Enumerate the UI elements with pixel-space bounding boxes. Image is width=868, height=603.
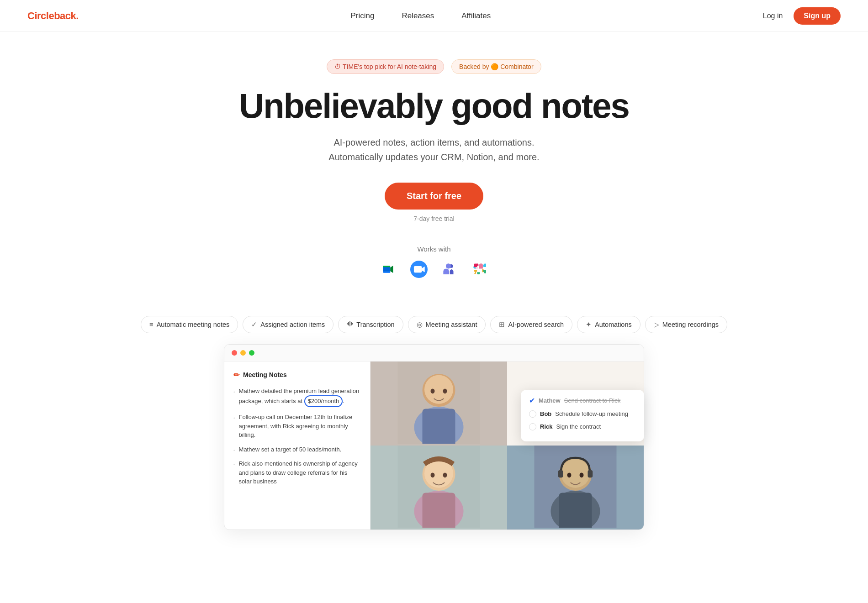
right-panel: C. Circleback — [370, 362, 644, 530]
svg-point-24 — [443, 472, 447, 477]
highlight-price: $200/month — [304, 395, 343, 407]
zoom-icon — [409, 259, 429, 279]
action-name-2: Bob — [540, 410, 551, 417]
notes-panel: ✏ Meeting Notes ◦ Mathew detailed the pr… — [224, 362, 370, 530]
tab-action-items[interactable]: ✓ Assigned action items — [243, 316, 333, 333]
svg-rect-34 — [559, 493, 592, 528]
svg-point-31 — [580, 472, 584, 477]
works-with-label: Works with — [9, 245, 859, 253]
hero-section: ⏱ TIME's top pick for AI note-taking Bac… — [0, 32, 868, 316]
action-task-1: Send contract to Rick — [564, 397, 621, 404]
note-item-2: ◦ Follow-up call on December 12th to fin… — [233, 413, 361, 440]
check-icon-2 — [529, 410, 536, 418]
svg-point-16 — [431, 388, 435, 393]
hero-heading: Unbelievably good notes — [9, 87, 859, 125]
tab-recordings[interactable]: ▷ Meeting recordings — [645, 316, 727, 333]
assistant-icon: ◎ — [417, 320, 423, 329]
bullet-2: ◦ — [233, 414, 235, 440]
action-name-1: Mathew — [539, 397, 561, 404]
action-row-1: ✔ Mathew Send contract to Rick — [529, 396, 636, 405]
person-photo-1 — [370, 362, 507, 444]
google-meet-icon — [379, 259, 399, 279]
works-with: Works with — [9, 245, 859, 279]
photos-grid: C. Circleback — [370, 362, 644, 530]
tab-meeting-assistant[interactable]: ◎ Meeting assistant — [408, 316, 486, 333]
bullet-4: ◦ — [233, 461, 235, 486]
navbar: Circleback. Pricing Releases Affiliates … — [0, 0, 868, 32]
slack-icon — [469, 259, 489, 279]
teams-icon — [439, 259, 459, 279]
note-item-4: ◦ Rick also mentioned his ownership of a… — [233, 459, 361, 486]
svg-rect-25 — [423, 493, 455, 528]
action-row-3: Rick Sign the contract — [529, 423, 636, 430]
svg-rect-11 — [352, 323, 353, 325]
photo-cell-4 — [507, 446, 644, 530]
dot-yellow — [240, 350, 246, 356]
integrations-list — [9, 259, 859, 279]
pencil-icon: ✏ — [233, 371, 239, 379]
note-item-1: ◦ Mathew detailed the premium lead gener… — [233, 387, 361, 408]
svg-rect-9 — [349, 321, 350, 326]
person-photo-4 — [507, 446, 644, 528]
svg-rect-3 — [440, 261, 458, 278]
notes-header: ✏ Meeting Notes — [233, 371, 361, 379]
svg-rect-33 — [588, 470, 593, 477]
action-row-2: Bob Schedule follow-up meeting — [529, 410, 636, 418]
nav-releases[interactable]: Releases — [402, 11, 434, 21]
svg-rect-8 — [348, 322, 349, 325]
hero-subtitle: AI-powered notes, action items, and auto… — [9, 135, 859, 164]
nav-pricing[interactable]: Pricing — [350, 11, 374, 21]
action-task-2: Schedule follow-up meeting — [555, 410, 628, 417]
nav-affiliates[interactable]: Affiliates — [461, 11, 491, 21]
bullet-1: ◦ — [233, 388, 235, 408]
action-items-panel: ✔ Mathew Send contract to Rick Bob Sched… — [521, 390, 644, 441]
badge-time: ⏱ TIME's top pick for AI note-taking — [327, 59, 444, 74]
login-button[interactable]: Log in — [763, 12, 783, 20]
search-grid-icon: ⊞ — [499, 320, 505, 329]
tab-automations[interactable]: ✦ Automations — [577, 316, 640, 333]
cta-button[interactable]: Start for free — [385, 183, 483, 210]
wave-icon — [347, 320, 353, 328]
svg-point-29 — [561, 459, 590, 488]
nav-actions: Log in Sign up — [763, 7, 841, 25]
svg-point-30 — [567, 472, 572, 477]
svg-point-17 — [443, 388, 447, 393]
check-icon-1: ✔ — [529, 396, 535, 405]
feature-tabs: ≡ Automatic meeting notes ✓ Assigned act… — [0, 316, 868, 333]
svg-rect-32 — [558, 470, 563, 477]
svg-point-23 — [431, 472, 435, 477]
demo-area: ✏ Meeting Notes ◦ Mathew detailed the pr… — [0, 344, 868, 548]
tab-automatic-notes[interactable]: ≡ Automatic meeting notes — [141, 316, 238, 333]
demo-content: ✏ Meeting Notes ◦ Mathew detailed the pr… — [224, 362, 644, 530]
svg-rect-7 — [347, 323, 348, 325]
dot-red — [232, 350, 237, 356]
nav-links: Pricing Releases Affiliates — [350, 11, 491, 21]
dot-green — [249, 350, 254, 356]
person-photo-3 — [370, 446, 507, 528]
record-icon: ▷ — [654, 320, 659, 329]
badges: ⏱ TIME's top pick for AI note-taking Bac… — [9, 59, 859, 74]
logo[interactable]: Circleback. — [27, 10, 79, 22]
svg-rect-18 — [423, 409, 455, 444]
badge-yc: Backed by 🟠 Combinator — [451, 59, 541, 74]
sparkle-icon: ✦ — [586, 320, 592, 329]
note-item-3: ◦ Mathew set a target of 50 leads/month. — [233, 445, 361, 454]
action-name-3: Rick — [540, 423, 552, 430]
svg-rect-10 — [351, 322, 352, 325]
tab-ai-search[interactable]: ⊞ AI-powered search — [490, 316, 572, 333]
action-task-3: Sign the contract — [556, 423, 601, 430]
svg-rect-4 — [471, 261, 488, 278]
bullet-3: ◦ — [233, 447, 235, 454]
photo-cell-3 — [370, 446, 507, 530]
list-icon: ≡ — [149, 320, 153, 328]
tab-transcription[interactable]: Transcription — [338, 316, 403, 333]
window-bar — [224, 345, 644, 362]
check-icon: ✓ — [251, 320, 257, 329]
trial-label: 7-day free trial — [9, 215, 859, 222]
signup-button[interactable]: Sign up — [794, 7, 841, 25]
photo-cell-1 — [370, 362, 507, 446]
svg-point-15 — [424, 375, 453, 404]
check-icon-3 — [529, 423, 536, 430]
